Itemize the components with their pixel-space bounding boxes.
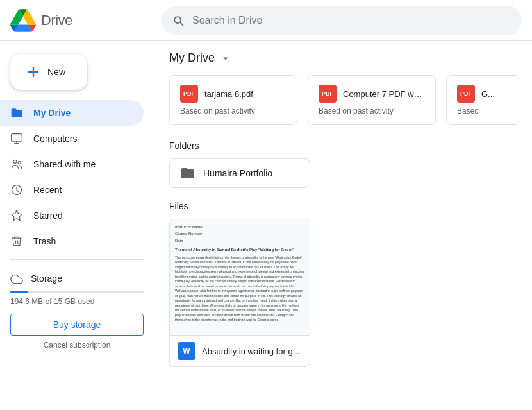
search-input[interactable]	[192, 15, 511, 26]
folders-title: Folders	[169, 141, 517, 151]
sidebar-item-starred[interactable]: Starred	[0, 203, 144, 228]
app-title: Drive	[41, 12, 72, 29]
suggested-card-2[interactable]: PDF G... Based	[446, 75, 517, 125]
recent-icon	[10, 184, 23, 196]
pdf-icon-1: PDF	[319, 85, 337, 103]
sidebar-item-computers-label: Computers	[33, 133, 77, 144]
cancel-subscription-text[interactable]: Cancel subscription	[10, 341, 144, 350]
computers-icon	[10, 132, 23, 145]
chevron-down-icon	[220, 53, 231, 64]
sidebar-item-my-drive-label: My Drive	[33, 108, 71, 118]
sidebar-item-my-drive[interactable]: My Drive	[0, 100, 144, 126]
folders-section: Folders Humaira Portfolio	[169, 141, 517, 188]
pdf-icon-2: PDF	[457, 85, 475, 103]
cloud-icon	[10, 273, 23, 286]
my-drive-icon	[10, 107, 23, 119]
svg-rect-2	[12, 134, 22, 142]
card-filename-2: G...	[481, 89, 495, 99]
drive-title: My Drive	[169, 51, 215, 65]
svg-point-3	[13, 160, 17, 163]
sidebar-item-shared-label: Shared with me	[33, 159, 96, 169]
main-content: My Drive PDF tarjama 8.pdf Based on past…	[154, 41, 532, 410]
sidebar-item-starred-label: Starred	[33, 210, 63, 221]
file-preview-0: Instructor Name Course Number Date Theme…	[170, 219, 310, 335]
storage-section: Storage 194.6 MB of 15 GB used Buy stora…	[0, 265, 154, 357]
main-layout: New My Drive Computers Shared with me	[0, 41, 532, 410]
sidebar-item-recent[interactable]: Recent	[0, 177, 144, 203]
search-icon	[172, 14, 185, 27]
drive-header: My Drive	[169, 51, 517, 65]
folder-icon-0	[180, 166, 195, 181]
starred-icon	[10, 209, 23, 222]
storage-bar-background	[10, 291, 144, 293]
file-bottom-0: W Absurdity in waiting for g...	[170, 335, 310, 366]
suggested-cards-row: PDF tarjama 8.pdf Based on past activity…	[169, 75, 517, 125]
folder-name-0: Humaira Portfolio	[203, 168, 272, 178]
sidebar-item-computers[interactable]: Computers	[0, 126, 144, 151]
card-filename-0: tarjama 8.pdf	[204, 89, 253, 99]
word-icon-0: W	[178, 342, 195, 360]
pdf-icon-0: PDF	[180, 85, 198, 103]
logo-area: Drive	[10, 8, 151, 33]
folder-item-0[interactable]: Humaira Portfolio	[169, 158, 310, 188]
files-title: Files	[169, 201, 517, 211]
new-button-label: New	[47, 67, 65, 77]
svg-point-4	[18, 161, 21, 164]
buy-storage-button[interactable]: Buy storage	[10, 314, 144, 336]
storage-used-text: 194.6 MB of 15 GB used	[10, 297, 144, 306]
sidebar-item-recent-label: Recent	[33, 185, 62, 195]
file-name-0: Absurdity in waiting for g...	[202, 346, 299, 356]
drive-logo-icon	[10, 8, 36, 33]
shared-icon	[10, 158, 23, 171]
card-filename-1: Computer 7 PDF watermark r...	[343, 89, 425, 99]
card-subtitle-1: Based on past activity	[319, 107, 425, 115]
sidebar: New My Drive Computers Shared with me	[0, 41, 154, 410]
suggested-card-1[interactable]: PDF Computer 7 PDF watermark r... Based …	[308, 75, 436, 125]
storage-bar-fill	[10, 291, 28, 293]
new-button[interactable]: New	[10, 54, 87, 90]
app-header: Drive	[0, 0, 532, 41]
file-preview-text-0: Instructor Name Course Number Date Theme…	[175, 225, 304, 323]
sidebar-divider	[10, 259, 144, 260]
card-subtitle-2: Based	[457, 107, 517, 115]
search-bar[interactable]	[162, 6, 522, 35]
trash-icon	[10, 235, 23, 248]
files-section: Files Instructor Name Course Number Date…	[169, 201, 517, 367]
suggested-card-0[interactable]: PDF tarjama 8.pdf Based on past activity	[169, 75, 297, 125]
sidebar-item-trash-label: Trash	[33, 236, 56, 246]
sidebar-item-trash[interactable]: Trash	[0, 228, 144, 254]
card-subtitle-0: Based on past activity	[180, 107, 287, 115]
plus-icon	[26, 64, 41, 80]
file-card-0[interactable]: Instructor Name Course Number Date Theme…	[169, 219, 310, 367]
storage-label: Storage	[10, 273, 144, 286]
sidebar-item-shared[interactable]: Shared with me	[0, 151, 144, 177]
